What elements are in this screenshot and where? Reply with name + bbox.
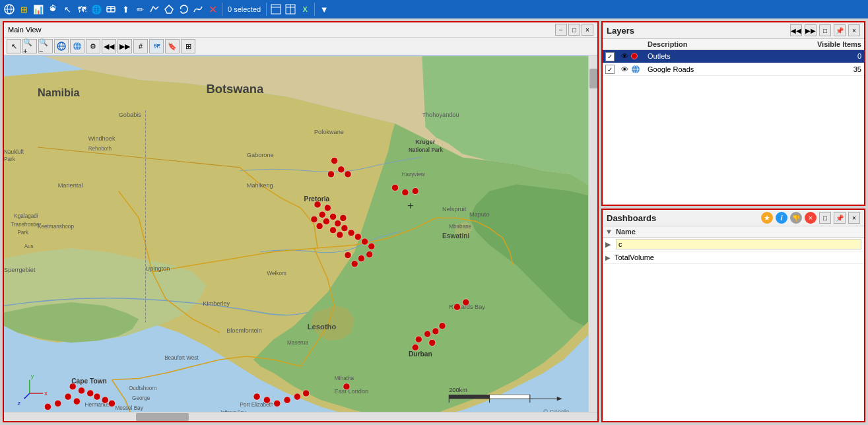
map-tool-snapping[interactable]: ⊞: [181, 39, 195, 53]
svg-text:Polokwane: Polokwane: [314, 129, 344, 135]
layers-col-vis-header: Visible Items: [809, 40, 861, 48]
toolbar-icon-cross[interactable]: ✕: [206, 3, 219, 16]
toolbar-icon-layers[interactable]: ⊞: [17, 3, 30, 16]
map-tool-settings[interactable]: ⚙: [86, 39, 100, 53]
dashboard-row-totalvolume[interactable]: ▶ TotalVolume: [603, 251, 864, 264]
svg-point-111: [294, 393, 300, 400]
svg-text:Gaborone: Gaborone: [247, 152, 274, 158]
svg-point-108: [263, 397, 270, 403]
svg-text:Park: Park: [17, 230, 29, 236]
toolbar-icon-pointer[interactable]: ↖: [61, 3, 74, 16]
svg-point-69: [341, 225, 348, 232]
dashboards-table-header: ▼ Name: [603, 226, 864, 238]
map-tool-back[interactable]: ◀◀: [102, 39, 116, 53]
toolbar-icon-layout1[interactable]: [269, 3, 283, 16]
layer-check-outlets[interactable]: ✓: [605, 51, 621, 61]
map-scrollbar-horizontal[interactable]: [4, 412, 597, 421]
svg-text:Durban: Durban: [409, 350, 432, 358]
toolbar-icon-lasso[interactable]: [177, 3, 190, 16]
layers-nav-forward[interactable]: ▶▶: [805, 24, 817, 36]
svg-text:Botswana: Botswana: [206, 82, 264, 96]
layers-nav-back[interactable]: ◀◀: [790, 24, 802, 36]
toolbar-icon-chart[interactable]: 📊: [32, 3, 45, 16]
toolbar-icon-dropdown-arrow[interactable]: ▼: [317, 3, 331, 16]
map-scrollbar-vertical[interactable]: [588, 55, 597, 421]
layers-close-btn[interactable]: ×: [848, 24, 860, 36]
toolbar-icon-polyline[interactable]: [148, 3, 161, 16]
toolbar-icon-pencil[interactable]: ✏: [133, 3, 147, 16]
layer-name-outlets: Outlets: [648, 52, 828, 60]
toolbar-icon-freehand[interactable]: [191, 3, 205, 16]
right-panels: Layers ◀◀ ▶▶ □ 📌 × Description Visible I…: [601, 21, 865, 422]
map-content[interactable]: Namibia Botswana Gobabis Windhoek Rehobo…: [4, 55, 597, 421]
svg-point-77: [345, 251, 351, 258]
map-tool-grid[interactable]: #: [133, 39, 148, 53]
svg-point-84: [345, 171, 351, 178]
svg-point-88: [412, 187, 418, 194]
toolbar-icon-map1[interactable]: 🗺: [75, 3, 88, 16]
svg-text:Upington: Upington: [146, 265, 170, 272]
dashboards-window-btn[interactable]: □: [819, 212, 831, 224]
toolbar-icon-home[interactable]: [3, 3, 16, 16]
toolbar-icon-excel[interactable]: X: [298, 3, 312, 16]
layer-row-outlets[interactable]: ✓ 👁 Outlets 0: [603, 50, 864, 63]
dashboards-pin-btn[interactable]: 📌: [834, 212, 846, 224]
svg-text:National Park: National Park: [409, 147, 444, 153]
map-title: Main View: [8, 26, 42, 34]
map-tool-forward[interactable]: ▶▶: [117, 39, 132, 53]
dashboards-icon-close-red[interactable]: ×: [805, 212, 817, 224]
svg-text:y: y: [31, 373, 34, 379]
dashboard-expand-icon[interactable]: ▶: [605, 254, 615, 261]
toolbar-icon-polygon[interactable]: [162, 3, 176, 16]
svg-text:Rehoboth: Rehoboth: [88, 146, 112, 152]
map-tool-cursor[interactable]: ↖: [7, 39, 21, 53]
svg-text:Aus: Aus: [24, 244, 34, 249]
map-tool-zoom-out[interactable]: 🔍−: [38, 39, 53, 53]
layer-vis-outlets: 0: [828, 52, 861, 60]
map-minimize-btn[interactable]: −: [555, 24, 567, 36]
map-tool-bookmark[interactable]: 🔖: [165, 39, 180, 53]
svg-text:Hazyview: Hazyview: [402, 172, 425, 178]
dashboards-icon-star[interactable]: ★: [761, 212, 773, 224]
dashboards-filter-expand-icon[interactable]: ▶: [605, 240, 616, 249]
svg-text:Beaufort West: Beaufort West: [164, 355, 199, 361]
dashboards-filter-icon: ▼: [605, 228, 616, 236]
map-maximize-btn[interactable]: □: [568, 24, 580, 36]
map-close-btn[interactable]: ×: [582, 24, 593, 36]
dashboards-icon-thumbs-down[interactable]: 👎: [790, 212, 802, 224]
dashboards-close-btn[interactable]: ×: [848, 212, 860, 224]
svg-text:Mahikeng: Mahikeng: [247, 182, 273, 189]
toolbar-icon-table[interactable]: [284, 3, 297, 16]
svg-point-82: [331, 157, 337, 164]
svg-text:Cape Town: Cape Town: [71, 377, 107, 385]
layers-pin-btn[interactable]: 📌: [834, 24, 846, 36]
map-tool-globe-zoom[interactable]: [54, 39, 69, 53]
layers-col-desc-header: Description: [648, 40, 809, 48]
dashboards-icon-info[interactable]: i: [776, 212, 787, 224]
toolbar-icon-cursor[interactable]: ⬆: [119, 3, 132, 16]
map-tool-globe-full[interactable]: [70, 39, 84, 53]
svg-point-98: [78, 387, 84, 394]
layer-check-google-roads[interactable]: ✓: [605, 65, 621, 75]
toolbar-icon-map2[interactable]: 🌐: [90, 3, 103, 16]
svg-text:Naukluft: Naukluft: [4, 149, 24, 155]
dashboards-filter-input[interactable]: [616, 239, 861, 249]
svg-point-76: [351, 261, 358, 267]
svg-point-75: [358, 255, 364, 262]
layers-window-btn[interactable]: □: [819, 24, 831, 36]
toolbar-icon-map3[interactable]: [104, 3, 117, 16]
svg-text:Mbabane: Mbabane: [449, 224, 471, 230]
svg-point-94: [429, 339, 436, 346]
map-tool-basemap[interactable]: 🗺: [149, 39, 164, 53]
layer-row-google-roads[interactable]: ✓ 👁 Google Roads 35: [603, 63, 864, 77]
svg-point-85: [327, 171, 334, 178]
map-tool-zoom-in[interactable]: 🔍+: [22, 39, 37, 53]
toolbar-icon-settings[interactable]: [46, 3, 59, 16]
dashboards-titlebar-buttons: ★ i 👎 × □ 📌 ×: [761, 212, 860, 224]
svg-point-92: [439, 323, 446, 329]
svg-text:z: z: [17, 400, 20, 407]
svg-point-103: [65, 393, 71, 400]
svg-point-113: [343, 383, 350, 390]
svg-text:Lesotho: Lesotho: [308, 323, 337, 331]
svg-point-70: [348, 230, 354, 236]
